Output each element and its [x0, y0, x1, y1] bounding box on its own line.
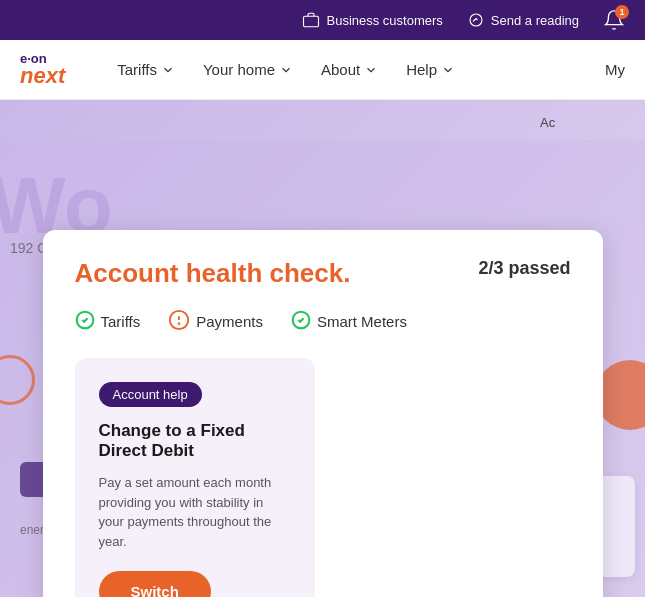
nav-about[interactable]: About — [309, 53, 390, 86]
check-green-icon-smart — [291, 310, 311, 334]
check-label-tariffs: Tariffs — [101, 313, 141, 330]
nav-my-account[interactable]: My — [605, 61, 625, 78]
notification-bell[interactable]: 1 — [603, 9, 625, 31]
svg-point-1 — [470, 14, 482, 26]
logo-next: next — [20, 65, 65, 87]
modal-title: Account health check. — [75, 258, 351, 289]
chevron-down-icon — [161, 63, 175, 77]
right-panel: Ac — [525, 100, 645, 145]
account-help-card: Account help Change to a Fixed Direct De… — [75, 358, 315, 597]
main-content: Wo 192 G Ac energy by t paym payme ment … — [0, 100, 645, 597]
warning-icon — [168, 309, 190, 334]
check-label-smart-meters: Smart Meters — [317, 313, 407, 330]
chevron-down-icon — [279, 63, 293, 77]
chevron-down-icon — [364, 63, 378, 77]
svg-point-5 — [179, 323, 180, 324]
check-item-smart-meters: Smart Meters — [291, 310, 407, 334]
notification-badge: 1 — [615, 5, 629, 19]
modal-header: Account health check. 2/3 passed — [75, 258, 571, 289]
business-customers-link[interactable]: Business customers — [302, 11, 442, 29]
check-item-tariffs: Tariffs — [75, 310, 141, 334]
nav-your-home[interactable]: Your home — [191, 53, 305, 86]
card-description: Pay a set amount each month providing yo… — [99, 473, 291, 551]
briefcase-icon — [302, 11, 320, 29]
nav-tariffs[interactable]: Tariffs — [105, 53, 187, 86]
top-bar: Business customers Send a reading 1 — [0, 0, 645, 40]
modal-overlay: Account health check. 2/3 passed Tariffs — [0, 140, 645, 597]
check-items-row: Tariffs Payments Smart Meters — [75, 309, 571, 334]
health-check-modal: Account health check. 2/3 passed Tariffs — [43, 230, 603, 597]
check-green-icon — [75, 310, 95, 334]
send-reading-link[interactable]: Send a reading — [467, 11, 579, 29]
logo[interactable]: e·on next — [20, 52, 65, 87]
passed-badge: 2/3 passed — [478, 258, 570, 279]
card-tag: Account help — [99, 382, 202, 407]
check-label-payments: Payments — [196, 313, 263, 330]
chevron-down-icon — [441, 63, 455, 77]
meter-icon — [467, 11, 485, 29]
nav-help[interactable]: Help — [394, 53, 467, 86]
card-title: Change to a Fixed Direct Debit — [99, 421, 291, 461]
svg-rect-0 — [304, 16, 319, 27]
check-item-payments: Payments — [168, 309, 263, 334]
ac-label: Ac — [540, 115, 630, 130]
nav-items: Tariffs Your home About Help My — [105, 53, 625, 86]
nav-bar: e·on next Tariffs Your home About Help M… — [0, 40, 645, 100]
switch-button[interactable]: Switch — [99, 571, 211, 597]
